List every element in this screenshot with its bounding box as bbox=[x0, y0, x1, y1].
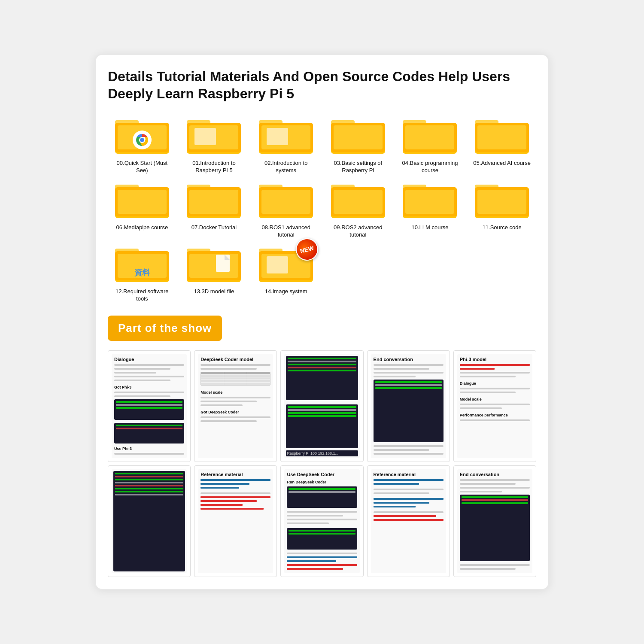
folder-item[interactable]: 13.3D model file bbox=[180, 243, 249, 303]
folder-item[interactable]: 05.Advanced AI course bbox=[468, 114, 536, 174]
main-card: Details Tutorial Materials And Open Sour… bbox=[94, 54, 550, 590]
red-text bbox=[460, 364, 530, 366]
screenshot-title-4: End conversation bbox=[374, 357, 444, 362]
text-line bbox=[287, 515, 343, 516]
svg-rect-16 bbox=[267, 128, 288, 145]
terminal-line bbox=[288, 361, 356, 362]
subtitle: Got DeepSeek Coder bbox=[200, 410, 270, 414]
text-line bbox=[460, 483, 516, 485]
terminal-block bbox=[113, 471, 185, 571]
chinese-chars: 資料 bbox=[134, 267, 150, 278]
folder-item[interactable]: 08.ROS1 advanced tutorial bbox=[252, 179, 320, 239]
folder-item[interactable]: 04.Basic programming course bbox=[396, 114, 465, 174]
text-line bbox=[374, 453, 444, 455]
text-line bbox=[114, 453, 184, 455]
folder-item[interactable]: 00.Quick Start (Must See) bbox=[108, 114, 176, 174]
folder-item[interactable]: 10.LLM course bbox=[396, 179, 465, 239]
terminal-line bbox=[116, 428, 182, 429]
folder-icon-3 bbox=[330, 114, 386, 157]
folder-item[interactable]: NEW 14.Image system bbox=[252, 243, 320, 303]
link-line bbox=[287, 556, 357, 558]
text-line bbox=[114, 364, 184, 366]
screenshot-title-1: Dialogue bbox=[114, 357, 184, 362]
text-line bbox=[114, 395, 170, 397]
red-text bbox=[374, 519, 444, 521]
spacer bbox=[286, 401, 358, 403]
terminal-line bbox=[462, 496, 528, 498]
svg-rect-32 bbox=[118, 190, 167, 214]
text-line bbox=[200, 364, 270, 366]
terminal-line bbox=[288, 358, 356, 359]
folder-item[interactable]: 03.Basic settings of Raspberry Pi bbox=[324, 114, 392, 174]
red-text bbox=[200, 504, 243, 506]
terminal-block bbox=[114, 399, 184, 420]
terminal-line bbox=[375, 387, 442, 389]
text-line bbox=[287, 511, 357, 513]
svg-rect-44 bbox=[334, 190, 383, 214]
folder-label-8: 08.ROS1 advanced tutorial bbox=[256, 224, 316, 239]
terminal-block bbox=[374, 380, 444, 442]
folder-item[interactable]: 01.Introduction to Raspberry PI 5 bbox=[180, 114, 249, 174]
text-line bbox=[374, 489, 444, 490]
text-line bbox=[460, 392, 516, 393]
text-line bbox=[460, 404, 530, 405]
screenshot-title-5: Phi-3 model bbox=[460, 357, 530, 362]
folder-item[interactable]: 11.Source code bbox=[468, 179, 536, 239]
terminal-line bbox=[115, 479, 183, 480]
terminal-line bbox=[116, 404, 182, 406]
folder-icon-2 bbox=[258, 114, 314, 157]
folder-item[interactable]: 資料 12.Required software tools bbox=[108, 243, 176, 303]
folder-icon-11 bbox=[474, 179, 530, 222]
link-line bbox=[200, 479, 270, 481]
text-line bbox=[460, 376, 516, 377]
svg-rect-11 bbox=[194, 128, 216, 145]
folder-item[interactable]: 09.ROS2 advanced tutorial bbox=[324, 179, 392, 239]
folder-icon-12: 資料 bbox=[114, 243, 170, 286]
red-text bbox=[287, 568, 343, 570]
terminal-line bbox=[289, 488, 355, 490]
screenshot-title-10: End conversation bbox=[460, 472, 530, 477]
terminal-line bbox=[288, 412, 356, 414]
text-line bbox=[200, 368, 257, 370]
terminal-line bbox=[116, 401, 182, 403]
screenshot-9: Reference material bbox=[367, 465, 450, 577]
terminal-line bbox=[116, 407, 182, 409]
terminal-line bbox=[115, 473, 183, 474]
text-line bbox=[460, 419, 530, 421]
text-line bbox=[460, 564, 530, 566]
svg-rect-61 bbox=[216, 255, 230, 272]
screenshot-7: Reference material bbox=[194, 465, 277, 577]
folder-label-13: 13.3D model file bbox=[194, 288, 234, 295]
text-line bbox=[460, 372, 530, 374]
text-line bbox=[200, 397, 270, 398]
folder-label-1: 01.Introduction to Raspberry PI 5 bbox=[184, 160, 244, 174]
folder-item[interactable]: 07.Docker Tutorial bbox=[180, 179, 249, 239]
text-line bbox=[460, 388, 530, 389]
link-line bbox=[374, 498, 444, 500]
text-line bbox=[374, 449, 430, 451]
folder-label-6: 06.Mediapipe course bbox=[116, 224, 168, 231]
svg-rect-67 bbox=[267, 256, 288, 273]
folder-label-11: 11.Source code bbox=[483, 224, 522, 231]
folder-icon-4 bbox=[402, 114, 458, 157]
folder-item[interactable]: 02.Introduction to systems bbox=[252, 114, 320, 174]
table-block bbox=[200, 372, 270, 386]
terminal-line bbox=[288, 370, 356, 371]
terminal-line bbox=[288, 409, 356, 411]
text-line bbox=[200, 416, 270, 418]
red-text bbox=[460, 368, 495, 370]
folder-icon-9 bbox=[330, 179, 386, 222]
screenshot-title-7: Reference material bbox=[200, 472, 270, 477]
folder-item[interactable]: 06.Mediapipe course bbox=[108, 179, 176, 239]
folder-icon-7 bbox=[186, 179, 242, 222]
text-line bbox=[374, 511, 444, 513]
svg-rect-60 bbox=[189, 254, 238, 278]
text-line bbox=[287, 522, 329, 524]
section-banner: Part of the show bbox=[108, 316, 222, 341]
screenshot-2: DeepSeek Coder model Model scale Got Dee… bbox=[194, 350, 277, 462]
screenshot-4: End conversation bbox=[367, 350, 450, 462]
red-text bbox=[287, 564, 357, 566]
text-line bbox=[374, 376, 416, 377]
svg-point-6 bbox=[140, 138, 144, 142]
folder-label-2: 02.Introduction to systems bbox=[256, 160, 316, 174]
